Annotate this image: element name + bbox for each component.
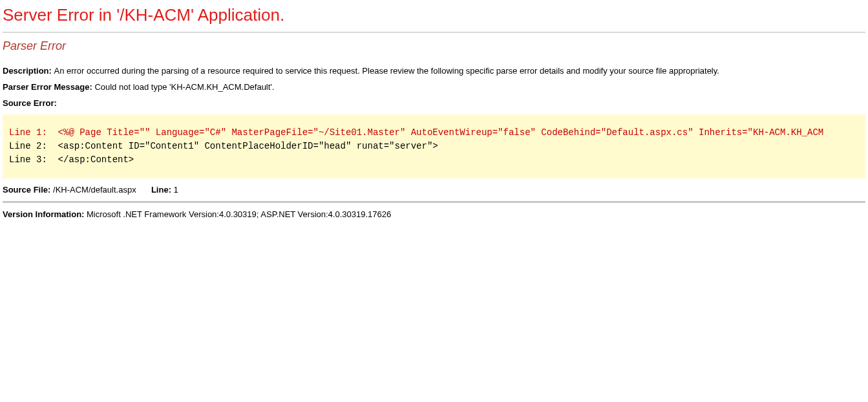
source-error-label: Source Error: xyxy=(3,98,57,108)
source-line-label: Line: xyxy=(151,185,171,195)
source-file-path: /KH-ACM/default.aspx xyxy=(53,185,136,195)
source-file-label: Source File: xyxy=(3,185,50,195)
parser-error-label: Parser Error Message: xyxy=(3,82,92,92)
parser-error-text: Could not load type 'KH-ACM.KH_ACM.Defau… xyxy=(94,82,274,92)
source-line-number: 1 xyxy=(174,185,178,195)
version-text: Microsoft .NET Framework Version:4.0.303… xyxy=(87,209,391,219)
description-row: Description: An error occurred during th… xyxy=(3,66,865,76)
divider-bottom xyxy=(3,201,865,203)
description-text: An error occurred during the parsing of … xyxy=(54,66,719,76)
divider-top xyxy=(3,32,865,33)
error-subtitle: Parser Error xyxy=(3,39,865,53)
source-line: Line 2: <asp:Content ID="Content1" Conte… xyxy=(9,140,859,153)
source-line: Line 3: </asp:Content> xyxy=(9,153,859,167)
source-error-box: Line 1: <%@ Page Title="" Language="C#" … xyxy=(3,114,865,178)
description-label: Description: xyxy=(3,66,52,76)
parser-error-row: Parser Error Message: Could not load typ… xyxy=(3,82,865,92)
page-title: Server Error in '/KH-ACM' Application. xyxy=(3,5,865,25)
source-error-label-row: Source Error: xyxy=(3,98,865,108)
version-label: Version Information: xyxy=(3,209,84,219)
version-row: Version Information: Microsoft .NET Fram… xyxy=(3,209,865,219)
source-line: Line 1: <%@ Page Title="" Language="C#" … xyxy=(9,126,859,140)
source-file-row: Source File: /KH-ACM/default.aspx Line: … xyxy=(3,185,865,195)
